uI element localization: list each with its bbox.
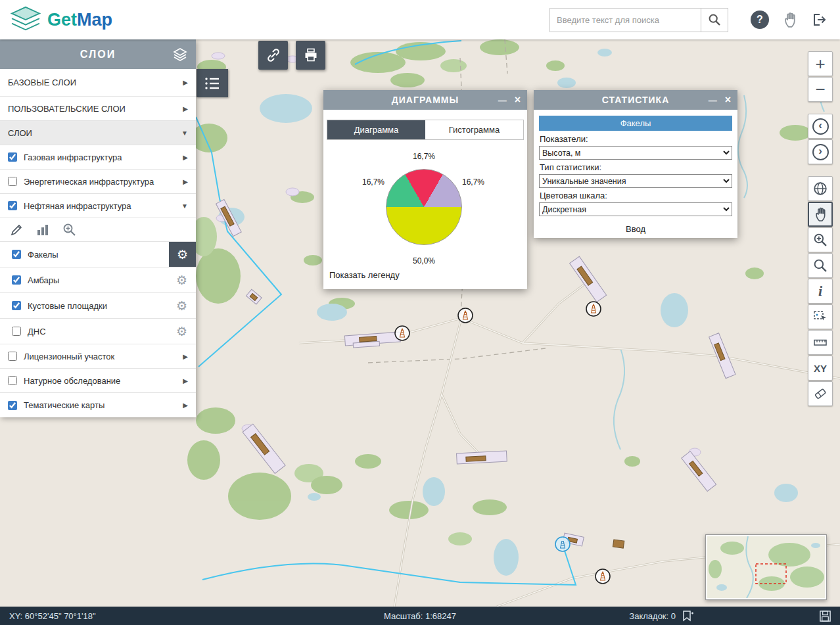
- sublayer-row-ambary[interactable]: Амбары ⚙: [0, 267, 196, 293]
- layer-checkbox-thematic[interactable]: [8, 401, 17, 410]
- app-logo[interactable]: GetMap: [9, 6, 112, 34]
- save-project-button[interactable]: [819, 610, 831, 622]
- eraser-icon: [813, 386, 828, 401]
- pie-chart-area: 16,7% 16,7% 50,0% 16,7%: [323, 140, 527, 275]
- layer-checkbox-license[interactable]: [8, 352, 17, 361]
- minimize-icon[interactable]: —: [709, 96, 718, 104]
- layer-checkbox-gas[interactable]: [8, 152, 17, 162]
- printer-icon: [303, 47, 319, 63]
- overview-map[interactable]: [705, 534, 827, 600]
- layer-label: Энергетическая инфраструктура: [24, 177, 154, 187]
- search-input[interactable]: [549, 8, 701, 32]
- layer-checkbox-oil[interactable]: [8, 201, 17, 210]
- color-scale-select[interactable]: Дискретная: [539, 202, 732, 216]
- layer-row-thematic[interactable]: Тематические карты ▶: [0, 393, 196, 417]
- derrick-marker: [595, 569, 610, 584]
- layer-settings-button[interactable]: ⚙: [176, 325, 187, 338]
- layers-icon[interactable]: [172, 47, 188, 62]
- search-bar: [549, 8, 728, 32]
- legend-list-button[interactable]: [197, 69, 228, 97]
- zoom-out-button[interactable]: −: [808, 77, 833, 102]
- xy-coordinates-button[interactable]: XY: [808, 356, 833, 381]
- layer-row-gas[interactable]: Газовая инфраструктура ▶: [0, 145, 196, 170]
- sidebar-item-user-layers[interactable]: ПОЛЬЗОВАТЕЛЬСКИЕ СЛОИ ▶: [0, 97, 196, 121]
- sublayer-checkbox-fakely[interactable]: [12, 250, 21, 259]
- share-link-button[interactable]: [258, 41, 288, 70]
- logo-icon: [9, 6, 42, 34]
- diagram-tabs: Диаграмма Гистограмма: [327, 120, 524, 140]
- gear-icon: ⚙: [176, 299, 187, 313]
- indicator-label: Показатели:: [540, 134, 732, 144]
- minimize-icon[interactable]: —: [498, 96, 507, 104]
- layer-label: Тематические карты: [24, 400, 105, 410]
- stats-layer-button[interactable]: Факелы: [539, 116, 732, 131]
- layer-row-energy[interactable]: Энергетическая инфраструктура ▶: [0, 170, 196, 194]
- layer-settings-button-active[interactable]: ⚙: [169, 242, 196, 267]
- pie-label-left: 16,7%: [362, 177, 385, 187]
- select-features-button[interactable]: [808, 304, 833, 329]
- logo-text: GetMap: [47, 10, 112, 30]
- layer-chart-button[interactable]: [36, 223, 49, 236]
- layer-label: Натурное обследование: [24, 376, 120, 386]
- sublayer-label: Кустовые площадки: [28, 301, 107, 311]
- pan-mode-button[interactable]: [782, 11, 798, 28]
- statistics-panel-header[interactable]: СТАТИСТИКА — ×: [534, 90, 737, 110]
- layer-row-oil[interactable]: Нефтяная инфраструктура ▼: [0, 194, 196, 218]
- bookmark-icon[interactable]: [682, 611, 694, 622]
- full-extent-button[interactable]: [808, 176, 833, 201]
- sublayer-row-kustovye[interactable]: Кустовые площадки ⚙: [0, 293, 196, 319]
- edit-layer-button[interactable]: [11, 223, 23, 236]
- indicator-select[interactable]: Высота, м: [539, 146, 732, 160]
- layer-checkbox-energy[interactable]: [8, 177, 17, 186]
- measure-button[interactable]: [808, 330, 833, 355]
- logout-button[interactable]: [811, 12, 827, 28]
- sublayer-checkbox-dns[interactable]: [12, 327, 21, 336]
- bar-chart-icon: [36, 223, 49, 236]
- pan-tool-button[interactable]: [808, 202, 833, 227]
- clear-selection-button[interactable]: [808, 381, 833, 406]
- print-button[interactable]: [296, 41, 325, 70]
- layer-checkbox-survey[interactable]: [8, 376, 17, 385]
- cursor-coordinates: XY: 60°52'45" 70°1'18": [9, 611, 96, 621]
- chevron-right-icon: ▶: [183, 178, 188, 185]
- chevron-right-icon: ▶: [183, 154, 188, 161]
- diagrams-panel-header[interactable]: ДИАГРАММЫ — ×: [323, 90, 527, 110]
- submit-button[interactable]: Ввод: [539, 224, 732, 234]
- section-label: ПОЛЬЗОВАТЕЛЬСКИЕ СЛОИ: [8, 104, 126, 114]
- layer-settings-button[interactable]: ⚙: [176, 274, 187, 287]
- close-icon[interactable]: ×: [725, 95, 732, 105]
- layer-row-license[interactable]: Лицензионный участок ▶: [0, 344, 196, 369]
- globe-icon: [813, 181, 828, 196]
- tab-diagram[interactable]: Диаграмма: [327, 120, 425, 139]
- previous-extent-button[interactable]: ‹: [808, 114, 833, 139]
- zoom-in-button[interactable]: +: [808, 51, 833, 76]
- tab-histogram[interactable]: Гистограмма: [425, 120, 523, 139]
- layer-settings-button[interactable]: ⚙: [176, 300, 187, 312]
- layer-row-survey[interactable]: Натурное обследование ▶: [0, 369, 196, 393]
- chevron-right-icon: ▶: [183, 377, 188, 384]
- sublayer-checkbox-ambary[interactable]: [12, 275, 21, 285]
- close-icon[interactable]: ×: [515, 95, 521, 105]
- sublayer-row-fakely[interactable]: Факелы ⚙: [0, 242, 196, 267]
- overview-map-canvas: [707, 536, 825, 598]
- show-legend-link[interactable]: Показать легенду: [329, 270, 400, 280]
- zoom-box-button[interactable]: [808, 227, 833, 252]
- stat-type-select[interactable]: Уникальные значения: [539, 174, 732, 188]
- app-header: GetMap ?: [0, 0, 840, 39]
- identify-button[interactable]: i: [808, 279, 833, 304]
- chevron-down-icon: ▼: [181, 202, 188, 210]
- next-extent-button[interactable]: ›: [808, 139, 833, 164]
- help-button[interactable]: ?: [751, 11, 769, 29]
- sublayer-checkbox-kustovye[interactable]: [12, 301, 21, 310]
- chevron-right-icon: ▶: [183, 353, 188, 360]
- search-area-button[interactable]: [808, 253, 833, 278]
- search-button[interactable]: [701, 8, 728, 32]
- layer-label: Газовая инфраструктура: [24, 152, 122, 162]
- stat-type-label: Тип статистики:: [540, 162, 732, 172]
- sublayer-row-dns[interactable]: ДНС ⚙: [0, 319, 196, 344]
- sidebar-item-base-layers[interactable]: БАЗОВЫЕ СЛОИ ▶: [0, 69, 196, 97]
- sidebar-item-layers[interactable]: СЛОИ ▼: [0, 121, 196, 145]
- sidebar-title: СЛОИ: [80, 49, 116, 60]
- zoom-to-layer-button[interactable]: [62, 223, 76, 237]
- pie-chart[interactable]: [386, 169, 462, 245]
